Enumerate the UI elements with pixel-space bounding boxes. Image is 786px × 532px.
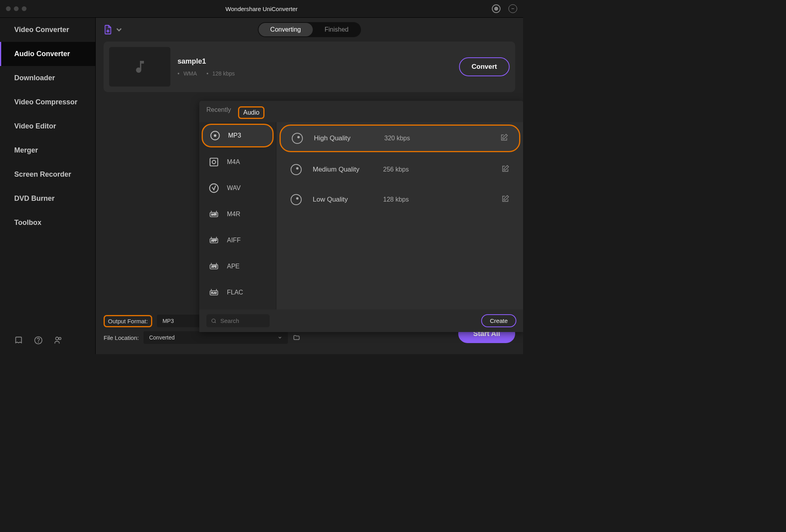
sidebar-item-video-editor[interactable]: Video Editor [0,114,95,138]
format-label: APE [227,263,240,270]
format-list[interactable]: MP3 M4A WAV m4R M4R AIFF [199,122,276,309]
format-label: MP3 [228,132,241,139]
minimize-window-button[interactable] [14,6,19,11]
square-disc-icon [209,157,219,167]
quality-item-medium[interactable]: Medium Quality 256 kbps [276,155,523,185]
file-name: sample1 [178,57,452,66]
file-thumbnail[interactable] [109,47,170,87]
quality-disc-icon [291,194,302,205]
m4r-icon: m4R [209,209,219,219]
format-popup: Recently Audio MP3 M4A WAV [199,101,523,332]
format-item-m4a[interactable]: M4A [199,149,276,175]
community-icon[interactable] [54,336,62,345]
format-label: WAV [227,185,241,192]
search-icon [211,318,216,324]
file-location-label: File Location: [104,334,139,341]
tab-finished[interactable]: Finished [313,23,360,36]
file-bitrate: 128 kbps [206,70,235,77]
quality-label: High Quality [314,134,373,142]
svg-point-18 [212,319,215,323]
svg-point-9 [210,184,218,192]
music-note-icon [132,59,148,75]
svg-point-6 [214,135,216,136]
sidebar-item-video-converter[interactable]: Video Converter [0,18,95,42]
chevron-down-icon [278,335,282,340]
quality-item-low[interactable]: Low Quality 128 kbps [276,185,523,215]
sidebar-item-screen-recorder[interactable]: Screen Recorder [0,162,95,187]
svg-point-4 [59,338,61,340]
file-meta: WMA 128 kbps [178,70,452,77]
sidebar-item-audio-converter[interactable]: Audio Converter [0,42,95,66]
svg-text:APE: APE [211,265,217,268]
svg-point-3 [56,337,59,340]
format-label: AIFF [227,237,241,244]
titlebar: Wondershare UniConverter [0,0,523,18]
close-window-button[interactable] [6,6,11,11]
output-format-value: MP3 [162,318,174,324]
format-item-ape[interactable]: APE APE [199,253,276,279]
add-file-button[interactable] [104,25,123,35]
file-format: WMA [178,70,197,77]
svg-point-2 [38,342,39,342]
edit-quality-button[interactable] [500,134,508,143]
svg-text:AIFF: AIFF [211,239,217,242]
quality-bitrate: 256 kbps [383,166,431,173]
search-input[interactable] [220,317,265,324]
svg-text:m4R: m4R [211,213,217,216]
output-format-label: Output Format: [104,315,152,327]
maximize-window-button[interactable] [22,6,26,11]
format-item-mp3[interactable]: MP3 [202,124,274,147]
sidebar-item-downloader[interactable]: Downloader [0,66,95,90]
svg-text:FLAC: FLAC [211,292,217,294]
aiff-icon: AIFF [209,235,219,245]
sidebar: Video Converter Audio Converter Download… [0,18,96,354]
open-folder-button[interactable] [293,334,300,341]
account-icon[interactable] [492,4,501,13]
format-item-flac[interactable]: FLAC FLAC [199,279,276,306]
quality-bitrate: 128 kbps [383,196,431,203]
quality-label: Low Quality [313,196,372,204]
flac-icon: FLAC [209,287,219,298]
file-row: sample1 WMA 128 kbps Convert [104,42,515,92]
svg-rect-7 [210,158,218,166]
help-icon[interactable] [34,336,43,345]
quality-bitrate: 320 kbps [384,135,432,142]
tab-converting[interactable]: Converting [259,23,313,36]
format-label: M4A [227,158,240,166]
quality-label: Medium Quality [313,166,372,174]
app-title: Wondershare UniConverter [225,6,297,12]
feedback-icon[interactable] [508,4,517,13]
format-label: FLAC [227,289,243,296]
create-button[interactable]: Create [481,314,516,327]
quality-list: High Quality 320 kbps Medium Quality 256… [276,122,523,309]
format-label: M4R [227,211,240,218]
format-item-aiff[interactable]: AIFF AIFF [199,227,276,253]
svg-point-8 [212,160,216,164]
edit-quality-button[interactable] [501,165,509,174]
edit-quality-button[interactable] [501,195,509,204]
popup-tab-recently[interactable]: Recently [206,106,231,119]
wave-icon [209,183,219,193]
sidebar-item-dvd-burner[interactable]: DVD Burner [0,187,95,211]
sidebar-item-merger[interactable]: Merger [0,138,95,162]
search-box[interactable] [206,314,270,327]
quality-item-high[interactable]: High Quality 320 kbps [280,125,520,152]
sidebar-item-video-compressor[interactable]: Video Compressor [0,90,95,114]
disc-icon [210,130,220,141]
quality-disc-icon [291,164,302,175]
status-tabs: Converting Finished [258,22,361,37]
popup-tab-audio[interactable]: Audio [238,106,265,119]
guide-icon[interactable] [14,336,23,345]
file-location-value: Converted [149,334,175,341]
format-item-m4r[interactable]: m4R M4R [199,201,276,227]
sidebar-item-toolbox[interactable]: Toolbox [0,211,95,235]
window-controls [6,6,26,11]
format-item-wav[interactable]: WAV [199,175,276,201]
ape-icon: APE [209,261,219,272]
quality-disc-icon [292,133,303,144]
chevron-down-icon [115,25,123,35]
file-location-select[interactable]: Converted [144,331,288,344]
svg-point-0 [494,7,498,11]
content-area: Converting Finished sample1 WMA 128 kbps… [96,18,523,354]
convert-button[interactable]: Convert [459,57,510,76]
